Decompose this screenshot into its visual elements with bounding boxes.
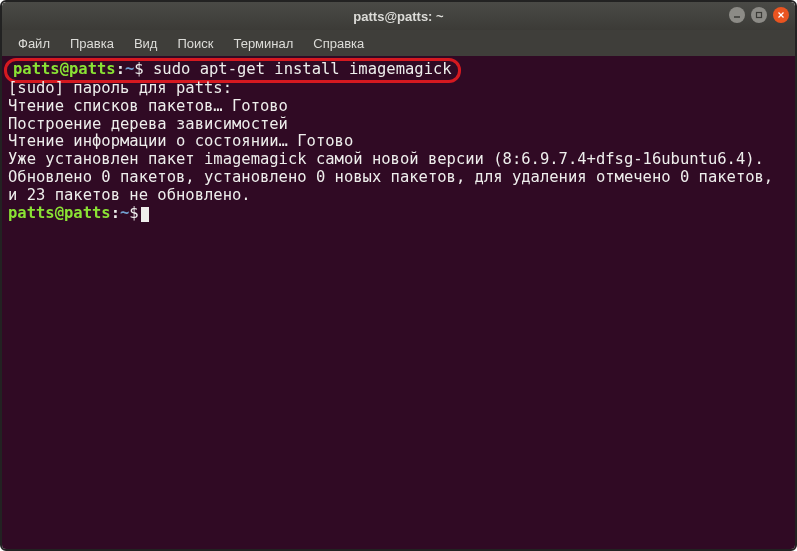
typed-command: sudo apt-get install imagemagick [153,60,452,78]
output-line: Обновлено 0 пакетов, установлено 0 новых… [8,169,789,205]
menu-terminal[interactable]: Терминал [225,34,301,53]
terminal-output[interactable]: patts@patts:~$ sudo apt-get install imag… [2,56,795,549]
menu-help[interactable]: Справка [305,34,372,53]
output-line: Чтение списков пакетов… Готово [8,98,789,116]
menu-search[interactable]: Поиск [169,34,221,53]
close-icon [777,11,785,19]
maximize-button[interactable] [751,7,767,23]
output-line: Уже установлен пакет imagemagick самой н… [8,151,789,169]
close-button[interactable] [773,7,789,23]
prompt-path: ~ [125,60,134,78]
minimize-button[interactable] [729,7,745,23]
window-controls [729,7,789,23]
prompt-line-1: patts@patts:~$ sudo apt-get install imag… [8,60,789,80]
prompt-dollar: $ [134,60,153,78]
output-line: Чтение информации о состоянии… Готово [8,133,789,151]
prompt-line-2: patts@patts:~$ [8,205,789,223]
menu-file[interactable]: Файл [10,34,58,53]
menu-view[interactable]: Вид [126,34,166,53]
window-title: patts@patts: ~ [353,9,443,24]
cursor [141,207,149,222]
prompt-userhost: patts@patts [8,204,111,222]
prompt-colon: : [111,204,120,222]
prompt-dollar: $ [129,204,138,222]
menubar: Файл Правка Вид Поиск Терминал Справка [2,30,795,56]
maximize-icon [755,11,763,19]
prompt-userhost: patts@patts [13,60,116,78]
prompt-path: ~ [120,204,129,222]
menu-edit[interactable]: Правка [62,34,122,53]
minimize-icon [733,11,741,19]
prompt-colon: : [116,60,125,78]
output-line: Построение дерева зависимостей [8,116,789,134]
window-titlebar: patts@patts: ~ [2,2,795,30]
svg-rect-1 [757,13,762,18]
